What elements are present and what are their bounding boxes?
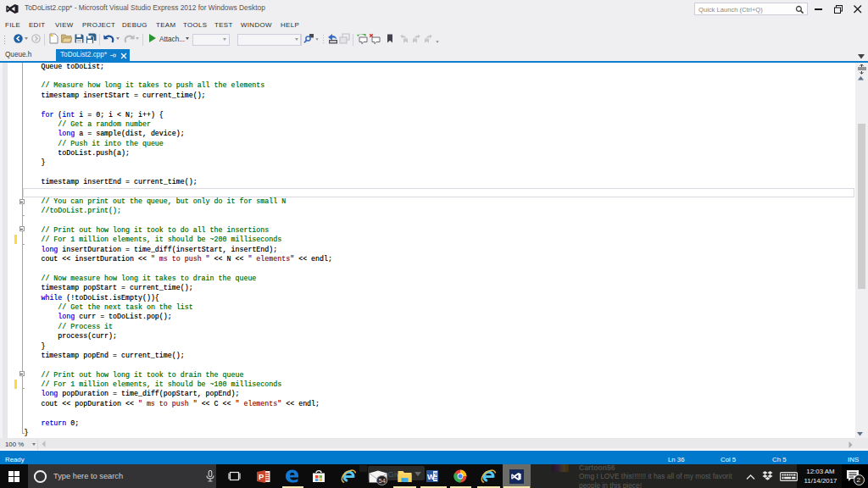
svg-text:P: P <box>259 472 264 481</box>
